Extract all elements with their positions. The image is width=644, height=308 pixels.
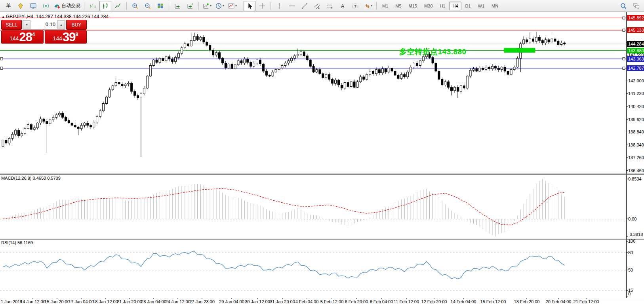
chat-button[interactable] [630,1,642,11]
cursor-icon [246,3,253,9]
symbols-icon [17,3,24,9]
toolbar-separator [198,2,199,10]
main-toolbar: 单自动交易▾▾▾EFAT▾M1M5M15M30H1H4D1W1MN [0,0,644,12]
fibonacci-button[interactable]: F [324,1,336,11]
vertical-line-icon [276,3,282,9]
pivot-annotation-text: 多空转折点143.880 [399,47,467,57]
sell-price-pips: 28 [19,31,32,43]
sell-button[interactable]: SELL [1,20,22,30]
bar-chart-button[interactable] [87,1,99,11]
tile-windows-button[interactable] [154,1,166,11]
signals-icon [43,3,49,9]
line-chart-button[interactable] [112,1,124,11]
timeframe-d1-button[interactable]: D1 [462,2,474,10]
chat-icon [633,3,639,9]
toolbar-separator [241,2,241,10]
volume-increase-button[interactable]: ▲ [57,20,65,29]
search-button[interactable] [617,1,629,11]
mt4-terminal: 单自动交易▾▾▾EFAT▾M1M5M15M30H1H4D1W1MN 144.38… [0,0,644,308]
chart-window-icon [30,3,36,9]
chart-shift-icon [187,3,193,9]
zoom-in-button[interactable] [129,1,141,11]
text-icon: A [339,3,346,9]
svg-text:T: T [354,4,356,8]
volume-input[interactable]: 0.10 [30,20,57,29]
zoom-in-icon [132,3,138,9]
timeframe-m1-button[interactable]: M1 [379,2,391,10]
arrows-button[interactable]: ▾ [362,1,374,11]
toolbar-separator [126,2,127,10]
timeframe-h4-button[interactable]: H4 [449,2,461,10]
chart-canvas[interactable] [0,0,644,308]
buy-price-point: 8 [76,31,78,37]
volume-decrease-button[interactable]: ▼ [23,20,30,29]
horizontal-line-icon [289,3,295,9]
bar-chart-icon [90,3,96,9]
chart-shift-button[interactable] [184,1,196,11]
chart-window: 144.380143.590142.790142.000141.220140.4… [0,12,644,308]
sell-price-box[interactable]: 144 28 4 [1,30,44,44]
zoom-out-icon [145,3,151,9]
label-icon: T [352,3,358,9]
buy-button[interactable]: BUY [66,20,87,30]
signals-button[interactable] [40,1,52,11]
sell-price-point: 4 [32,31,35,37]
indicators-icon [203,3,209,9]
crosshair-button[interactable] [256,1,268,11]
autotrading-button[interactable]: 自动交易 [53,1,82,11]
svg-text:F: F [331,7,333,9]
channel-icon: E [314,3,320,9]
toolbar-separator [271,2,271,10]
templates-icon [228,3,234,9]
indicators-button[interactable]: ▾ [201,1,213,11]
vertical-line-button[interactable] [273,1,285,11]
timeframe-h1-button[interactable]: H1 [436,2,448,10]
svg-text:A: A [341,3,345,9]
horizontal-line-button[interactable] [286,1,298,11]
auto-scroll-button[interactable] [171,1,183,11]
text-button[interactable]: A [337,1,349,11]
chart-window-button[interactable] [27,1,39,11]
buy-price-box[interactable]: 144 39 8 [45,30,87,44]
chart-title: GBPJPY-,H4 144.287 144.338 144.226 144.2… [6,14,109,19]
ohlc-values: 144.287 144.338 144.226 144.284 [36,14,109,19]
candlestick-icon [102,3,109,9]
channel-button[interactable]: E [311,1,323,11]
cursor-button[interactable] [244,1,255,11]
panel-collapse-icon[interactable]: ▲ [2,15,5,19]
one-click-trading-panel: SELL ▼ 0.10 ▲ BUY 144 28 4 144 39 8 [1,20,87,44]
new-order-button[interactable]: 单 [2,1,14,11]
trendline-icon [301,3,308,9]
templates-button[interactable]: ▾ [227,1,238,11]
candlestick-button[interactable] [99,1,111,11]
timeframe-w1-button[interactable]: W1 [475,2,488,10]
zoom-out-button[interactable] [142,1,154,11]
fibonacci-icon: F [327,3,333,9]
line-chart-icon [115,3,121,9]
sell-price-big-figure: 144 [10,35,19,42]
crosshair-icon [259,3,265,9]
buy-price-big-figure: 144 [53,35,62,42]
symbols-button[interactable] [15,1,27,11]
buy-price-pips: 39 [63,31,75,43]
toolbar-separator [84,2,84,10]
autotrading-icon [54,3,60,9]
svg-text:E: E [318,6,320,9]
periods-icon [215,3,222,9]
search-icon [620,3,627,9]
label-button[interactable]: T [349,1,361,11]
tile-windows-icon [157,3,164,9]
periods-button[interactable]: ▾ [214,1,226,11]
timeframe-m15-button[interactable]: M15 [406,2,420,10]
symbol-period-label: GBPJPY-,H4 [6,14,33,19]
timeframe-m5-button[interactable]: M5 [392,2,404,10]
timeframe-mn-button[interactable]: MN [488,2,501,10]
arrows-icon [364,3,370,9]
toolbar-separator [376,2,377,10]
timeframe-m30-button[interactable]: M30 [421,2,436,10]
toolbar-separator [169,2,169,10]
auto-scroll-icon [174,3,181,9]
volume-spinner: ▼ 0.10 ▲ [23,20,65,30]
trendline-button[interactable] [299,1,311,11]
